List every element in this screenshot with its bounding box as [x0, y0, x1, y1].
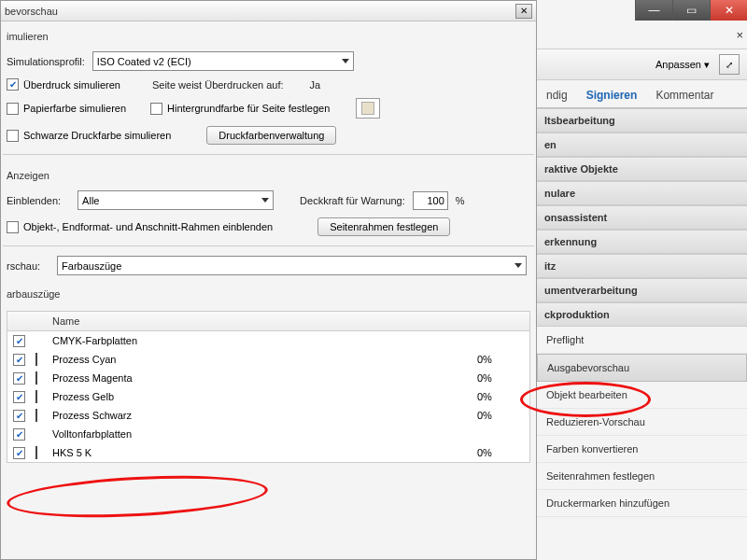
page-overprint-value: Ja: [310, 79, 321, 91]
row-checkbox[interactable]: ✔: [13, 428, 25, 441]
opacity-input[interactable]: [413, 191, 448, 210]
sidebar-item[interactable]: Farben konvertieren: [537, 436, 747, 463]
section-header[interactable]: erkennung: [537, 230, 747, 254]
row-checkbox[interactable]: ✔: [13, 335, 25, 347]
row-checkbox[interactable]: ✔: [13, 354, 25, 366]
row-name: Prozess Gelb: [52, 391, 477, 402]
table-row: ✔Volltonfarbplatten: [7, 425, 529, 443]
table-row: ✔Prozess Magenta0%: [7, 369, 529, 387]
section-header[interactable]: raktive Objekte: [537, 157, 747, 181]
color-swatch: [35, 371, 37, 385]
row-checkbox[interactable]: ✔: [13, 410, 25, 422]
preview-value: Farbauszüge: [62, 260, 121, 272]
bg-color-checkbox[interactable]: Hintergrundfarbe für Seite festlegen: [150, 103, 330, 115]
dialog-title: bevorschau: [5, 6, 58, 17]
section-header[interactable]: ltsbearbeitung: [537, 108, 747, 133]
tools-tabs: ndig Signieren Kommentar: [537, 80, 747, 108]
row-value: 0%: [477, 447, 524, 458]
column-name: Name: [52, 315, 477, 327]
color-swatch: [35, 446, 37, 459]
sim-profile-label: Simulationsprofil:: [7, 56, 85, 67]
row-checkbox[interactable]: ✔: [13, 447, 25, 459]
close-icon[interactable]: ✕: [515, 4, 532, 19]
row-value: 0%: [477, 391, 524, 402]
chevron-down-icon: [261, 198, 269, 203]
maximize-icon[interactable]: ▭: [672, 0, 710, 21]
page-overprint-label: Seite weist Überdrucken auf:: [152, 79, 284, 91]
sidebar-item[interactable]: Druckermarken hinzufügen: [537, 490, 747, 517]
sidebar-item[interactable]: Seitenrahmen festlegen: [537, 463, 747, 490]
black-ink-checkbox[interactable]: Schwarze Druckfarbe simulieren: [7, 130, 171, 142]
section-header[interactable]: itz: [537, 254, 747, 278]
window-controls: — ▭ ✕: [635, 0, 747, 21]
row-name: CMYK-Farbplatten: [52, 335, 477, 346]
overprint-checkbox[interactable]: ✔ Überdruck simulieren: [7, 78, 120, 91]
page-boxes-button[interactable]: Seitenrahmen festlegen: [317, 217, 450, 236]
tab-comment[interactable]: Kommentar: [646, 83, 723, 107]
sim-profile-value: ISO Coated v2 (ECI): [97, 56, 191, 67]
separations-table: Name ✔CMYK-Farbplatten✔Prozess Cyan0%✔Pr…: [7, 311, 530, 463]
tab-close-icon[interactable]: ×: [736, 28, 743, 42]
show-value: Alle: [82, 195, 99, 206]
row-value: 0%: [477, 410, 524, 421]
tab-sign[interactable]: Signieren: [577, 83, 647, 107]
chevron-down-icon: [342, 59, 349, 63]
paper-color-label: Papierfarbe simulieren: [23, 103, 126, 114]
show-label: Einblenden:: [7, 195, 61, 206]
annotation-ellipse: [6, 470, 269, 524]
row-value: 0%: [477, 354, 524, 365]
opacity-unit: %: [456, 195, 465, 206]
table-row: ✔Prozess Cyan0%: [7, 350, 529, 369]
show-boxes-checkbox[interactable]: Objekt-, Endformat- und Anschnitt-Rahmen…: [7, 221, 273, 233]
paper-color-checkbox[interactable]: Papierfarbe simulieren: [7, 103, 126, 115]
chevron-down-icon: [514, 263, 522, 268]
row-checkbox[interactable]: ✔: [13, 391, 25, 403]
expand-icon[interactable]: ⤢: [719, 54, 740, 75]
customize-menu[interactable]: Anpassen ▾: [655, 59, 710, 71]
section-header[interactable]: en: [537, 133, 747, 157]
black-ink-label: Schwarze Druckfarbe simulieren: [23, 130, 171, 141]
dialog-titlebar: bevorschau ✕: [1, 1, 536, 21]
row-name: HKS 5 K: [52, 447, 477, 458]
overprint-label: Überdruck simulieren: [23, 79, 120, 91]
bg-color-label: Hintergrundfarbe für Seite festlegen: [167, 103, 330, 114]
preview-label: rschau:: [7, 260, 40, 272]
section-header[interactable]: ckproduktion: [537, 302, 747, 327]
table-row: ✔Prozess Gelb0%: [7, 387, 529, 406]
sidebar-item[interactable]: Ausgabevorschau: [537, 354, 747, 382]
sim-profile-select[interactable]: ISO Coated v2 (ECI): [92, 51, 354, 71]
table-row: ✔HKS 5 K0%: [7, 443, 529, 462]
close-icon[interactable]: ✕: [710, 0, 747, 21]
ink-manager-button[interactable]: Druckfarbenverwaltung: [206, 126, 336, 145]
tools-sidebar: ltsbearbeitungenraktive Objektenulareons…: [537, 108, 747, 560]
color-swatch: [35, 390, 37, 403]
opacity-label: Deckkraft für Warnung:: [300, 195, 405, 206]
section-display: Anzeigen: [1, 161, 536, 187]
sidebar-item[interactable]: Objekt bearbeiten: [537, 382, 747, 409]
preview-select[interactable]: Farbauszüge: [57, 256, 527, 275]
tab-fill-sign[interactable]: ndig: [537, 83, 577, 107]
row-name: Prozess Schwarz: [52, 410, 477, 421]
bg-color-swatch-button[interactable]: [356, 98, 380, 119]
table-row: ✔CMYK-Farbplatten: [7, 331, 529, 350]
output-preview-dialog: bevorschau ✕ imulieren Simulationsprofil…: [0, 0, 537, 560]
toolbar: Anpassen ▾ ⤢: [537, 49, 747, 80]
sidebar-item[interactable]: Reduzieren-Vorschau: [537, 409, 747, 436]
section-header[interactable]: nulare: [537, 181, 747, 205]
section-header[interactable]: umentverarbeitung: [537, 278, 747, 302]
row-name: Prozess Magenta: [52, 372, 477, 384]
sidebar-item[interactable]: Preflight: [537, 327, 747, 354]
show-select[interactable]: Alle: [78, 190, 274, 210]
color-swatch: [35, 409, 37, 422]
row-name: Volltonfarbplatten: [52, 428, 477, 440]
section-header[interactable]: onsassistent: [537, 205, 747, 230]
row-name: Prozess Cyan: [52, 354, 477, 365]
show-boxes-label: Objekt-, Endformat- und Anschnitt-Rahmen…: [23, 221, 273, 232]
minimize-icon[interactable]: —: [635, 0, 672, 21]
app-panel: — ▭ ✕ × Anpassen ▾ ⤢ ndig Signieren Komm…: [537, 0, 747, 560]
table-row: ✔Prozess Schwarz0%: [7, 406, 529, 425]
row-value: 0%: [477, 372, 524, 384]
row-checkbox[interactable]: ✔: [13, 372, 25, 385]
section-simulate: imulieren: [1, 21, 536, 48]
color-swatch: [35, 353, 37, 366]
